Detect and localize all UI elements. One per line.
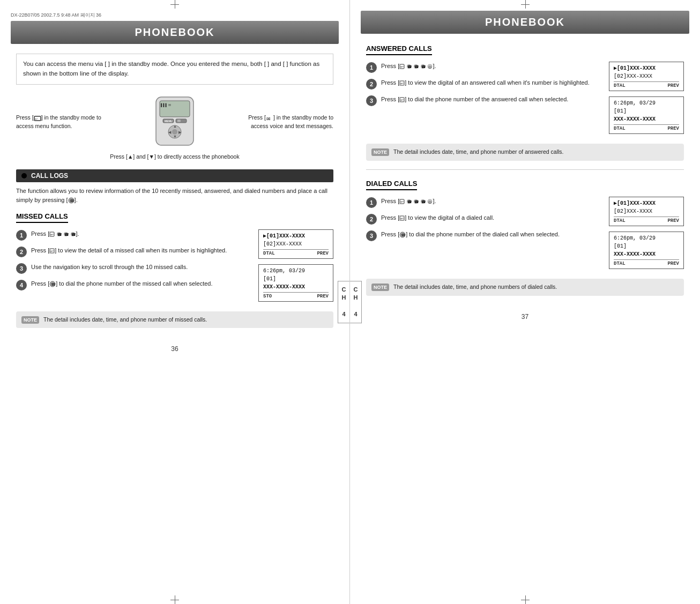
ans-screen1-line2: [02]XXX-XXXX: [614, 72, 679, 80]
dialed-step-number-1: 1: [366, 197, 377, 208]
dial-screen2-btn-right: PREV: [667, 261, 679, 266]
dialed-note-text: The detail includes date, time, and phon…: [393, 283, 557, 292]
screen2-line2: [01]: [263, 275, 329, 283]
step-number-2: 2: [16, 247, 27, 257]
answered-screen-2: 6:26pm, 03/29 [01] XXX-XXXX-XXXX DTAL PR…: [609, 96, 684, 134]
dialed-calls-heading: DIALED CALLS: [366, 180, 417, 190]
ans-screen1-btn-left: DTAL: [614, 83, 625, 88]
step-text-1: Press [↩ ☎ ☎ ☎].: [31, 229, 252, 238]
answered-screens-col: ▶[01]XXX-XXXX [02]XXX-XXXX DTAL PREV 6:2…: [609, 62, 684, 137]
right-page-header: PHONEBOOK: [361, 11, 689, 34]
answered-step-1: 1 Press [↩ ☎ ☎ ☎ ◎].: [366, 62, 602, 73]
missed-step-4: 4 Press [☎] to dial the phone number of …: [16, 279, 252, 290]
svg-text:☎: ☎: [407, 200, 412, 204]
missed-screen-1: ▶[01]XXX-XXXX [02]XXX-XXXX DTAL PREV: [258, 229, 333, 259]
missed-calls-steps-area: 1 Press [↩ ☎ ☎ ☎]. 2 Press [↩] to view t…: [16, 229, 333, 305]
svg-text:☎: ☎: [51, 282, 56, 286]
svg-text:▲: ▲: [173, 124, 177, 128]
left-page: DX-22B07/05 2002.7.5 9:48 AM 페이지 36 PHON…: [0, 0, 350, 604]
phone-call-icon-inline: ☎: [68, 197, 75, 204]
svg-text:☎: ☎: [64, 233, 69, 236]
svg-text:↩: ↩: [50, 249, 54, 253]
section-divider: [366, 169, 684, 170]
right-chapter-tab: C H 4: [350, 281, 362, 324]
dialed-note-icon: NOTE: [371, 284, 389, 291]
ans-screen2-line1: 6:26pm, 03/29: [614, 99, 679, 107]
crosshair-bottom-left: [170, 595, 179, 604]
step-number-1: 1: [16, 230, 27, 241]
left-page-header: PHONEBOOK: [11, 21, 339, 44]
dial-screen1-line1: ▶[01]XXX-XXXX: [614, 199, 679, 207]
svg-text:✉: ✉: [266, 116, 271, 121]
dialed-screens-col: ▶[01]XXX-XXXX [02]XXX-XXXX DTAL PREV 6:2…: [609, 197, 684, 272]
svg-text:↩: ↩: [400, 200, 404, 204]
file-info: DX-22B07/05 2002.7.5 9:48 AM 페이지 36: [0, 11, 349, 21]
missed-step-1: 1 Press [↩ ☎ ☎ ☎].: [16, 229, 252, 241]
dialed-step-text-2: Press [↩] to view the digital of a diale…: [381, 213, 602, 222]
svg-text:▌▌▌ ✉: ▌▌▌ ✉: [161, 103, 171, 107]
dialed-step-3: 3 Press [☎] to dial the phone number of …: [366, 230, 602, 241]
answered-calls-section: ANSWERED CALLS 1 Press [↩ ☎ ☎ ☎ ◎].: [366, 43, 684, 161]
left-chapter-tab: C H 4: [338, 281, 349, 324]
ans-screen1-btn-right: PREV: [667, 83, 679, 88]
svg-text:☎: ☎: [421, 65, 426, 69]
dial-screen2-line1: 6:26pm, 03/29: [614, 234, 679, 242]
answered-step-text-1: Press [↩ ☎ ☎ ☎ ◎].: [381, 62, 602, 71]
label-right: Press [✉] in the standby mode to access …: [248, 114, 333, 130]
dial-screen2-line2: [01]: [614, 242, 679, 250]
missed-calls-heading: MISSED CALLS: [16, 212, 68, 223]
answered-step-text-3: Press [↩] to dial the phone number of th…: [381, 95, 602, 104]
svg-text:☎: ☎: [57, 233, 62, 236]
svg-text:◎: ◎: [428, 65, 431, 69]
svg-text:↩: ↩: [400, 98, 404, 102]
svg-text:☎: ☎: [414, 200, 419, 204]
dialed-note-box: NOTE The detail includes date, time, and…: [366, 279, 684, 296]
svg-point-10: [172, 129, 177, 135]
answered-step-number-1: 1: [366, 62, 377, 73]
dialed-step-number-3: 3: [366, 230, 377, 241]
dialed-screen-2: 6:26pm, 03/29 [01] XXX-XXXX-XXXX DTAL PR…: [609, 232, 684, 269]
dial-screen2-btn-left: DTAL: [614, 261, 625, 266]
svg-text:▼: ▼: [173, 135, 177, 138]
screen1-line1: ▶[01]XXX-XXXX: [263, 232, 329, 240]
dial-screen1-btn-right: PREV: [667, 218, 679, 223]
svg-text:↩: ↩: [400, 65, 404, 69]
step-number-4: 4: [16, 280, 27, 290]
label-below: Press [▲] and [▼] to directly access the…: [110, 153, 239, 160]
answered-steps-col: 1 Press [↩ ☎ ☎ ☎ ◎]. 2 Press [↩]: [366, 62, 602, 137]
screen1-btn-right: PREV: [317, 251, 329, 256]
dialed-step-1: 1 Press [↩ ☎ ☎ ☎ ◎].: [366, 197, 602, 208]
step-text-4: Press [☎] to dial the phone number of th…: [31, 279, 252, 288]
dialed-step-2: 2 Press [↩] to view the digital of a dia…: [366, 213, 602, 225]
dialed-step-text-1: Press [↩ ☎ ☎ ☎ ◎].: [381, 197, 602, 206]
missed-step-2: 2 Press [↩] to view the detail of a miss…: [16, 246, 252, 257]
dialed-steps-area: 1 Press [↩ ☎ ☎ ☎ ◎]. 2 Press [↩]: [366, 197, 684, 272]
answered-screen-1: ▶[01]XXX-XXXX [02]XXX-XXXX DTAL PREV: [609, 62, 684, 91]
answered-step-number-3: 3: [366, 95, 377, 106]
svg-text:☎: ☎: [401, 233, 406, 237]
call-logs-description: The function allows you to review inform…: [16, 187, 333, 205]
dialed-step-number-2: 2: [366, 214, 377, 225]
svg-text:↩: ↩: [400, 217, 404, 220]
svg-text:☎: ☎: [71, 233, 76, 236]
screen2-btn-right: PREV: [317, 294, 329, 299]
screen2-btn-left: STO: [263, 294, 272, 299]
dial-screen1-line2: [02]XXX-XXXX: [614, 207, 679, 215]
phone-svg: ▌▌▌ ✉ MENU ✉ ▲ ▼ ◀ ▶: [132, 94, 218, 148]
crosshair-top-right: [521, 0, 530, 9]
svg-text:↩: ↩: [35, 117, 38, 121]
step-text-2: Press [↩] to view the detail of a missed…: [31, 246, 252, 255]
answered-calls-heading: ANSWERED CALLS: [366, 44, 432, 55]
missed-note-box: NOTE The detail includes date, time, and…: [16, 311, 333, 329]
svg-text:◎: ◎: [428, 200, 431, 204]
step-number-3: 3: [16, 263, 27, 274]
step-text-3: Use the navigation key to scroll through…: [31, 263, 252, 272]
label-left: Press [↩] in the standby mode to access …: [16, 114, 102, 130]
right-page: PHONEBOOK ANSWERED CALLS 1 Press [↩ ☎ ☎ …: [350, 0, 700, 604]
phone-diagram: ▌▌▌ ✉ MENU ✉ ▲ ▼ ◀ ▶: [132, 94, 218, 150]
dial-screen1-btn-left: DTAL: [614, 218, 625, 223]
screen2-line3: XXX-XXXX-XXXX: [263, 283, 329, 291]
dialed-steps-col: 1 Press [↩ ☎ ☎ ☎ ◎]. 2 Press [↩]: [366, 197, 602, 272]
screen1-line2: [02]XXX-XXXX: [263, 240, 329, 248]
missed-screen-2: 6:26pm, 03/29 [01] XXX-XXXX-XXXX STO PRE…: [258, 264, 333, 302]
